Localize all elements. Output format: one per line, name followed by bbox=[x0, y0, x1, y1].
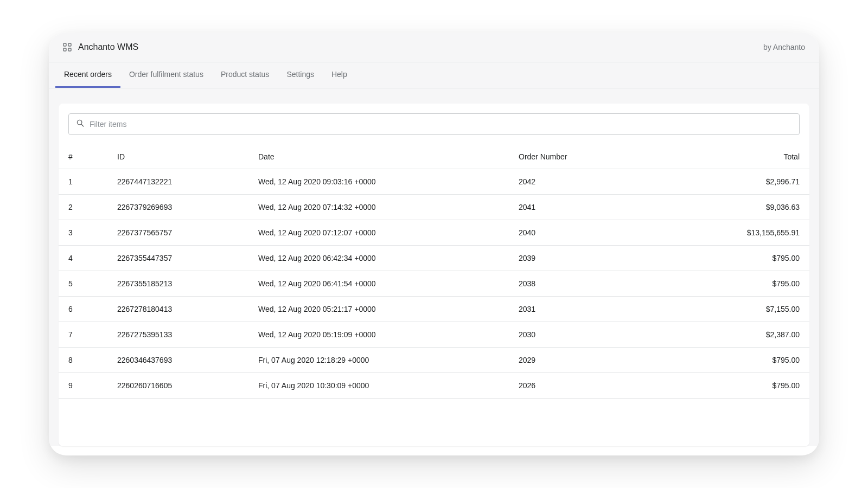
col-id[interactable]: ID bbox=[107, 145, 248, 169]
cell-id: 2267377565757 bbox=[107, 220, 248, 246]
col-date[interactable]: Date bbox=[248, 145, 509, 169]
cell-date: Fri, 07 Aug 2020 10:30:09 +0000 bbox=[248, 373, 509, 399]
cell-order-number: 2041 bbox=[509, 195, 661, 220]
app-author: by Anchanto bbox=[763, 43, 805, 52]
cell-total: $7,155.00 bbox=[661, 297, 809, 322]
table-header-row: # ID Date Order Number Total bbox=[59, 145, 809, 169]
cell-id: 2267275395133 bbox=[107, 322, 248, 348]
cell-order-number: 2026 bbox=[509, 373, 661, 399]
cell-id: 2267355185213 bbox=[107, 271, 248, 297]
cell-id: 2267379269693 bbox=[107, 195, 248, 220]
table-row[interactable]: 22267379269693Wed, 12 Aug 2020 07:14:32 … bbox=[59, 195, 809, 220]
col-order-number[interactable]: Order Number bbox=[509, 145, 661, 169]
table-row[interactable]: 42267355447357Wed, 12 Aug 2020 06:42:34 … bbox=[59, 246, 809, 271]
svg-rect-2 bbox=[63, 48, 66, 51]
cell-order-number: 2038 bbox=[509, 271, 661, 297]
cell-order-number: 2039 bbox=[509, 246, 661, 271]
table-row[interactable]: 32267377565757Wed, 12 Aug 2020 07:12:07 … bbox=[59, 220, 809, 246]
tab-recent-orders[interactable]: Recent orders bbox=[55, 62, 120, 88]
filter-container bbox=[59, 104, 809, 145]
cell-id: 2260260716605 bbox=[107, 373, 248, 399]
cell-num: 2 bbox=[59, 195, 107, 220]
cell-num: 8 bbox=[59, 348, 107, 373]
col-total[interactable]: Total bbox=[661, 145, 809, 169]
cell-date: Wed, 12 Aug 2020 07:12:07 +0000 bbox=[248, 220, 509, 246]
cell-date: Fri, 07 Aug 2020 12:18:29 +0000 bbox=[248, 348, 509, 373]
cell-total: $2,387.00 bbox=[661, 322, 809, 348]
orders-card: # ID Date Order Number Total 12267447132… bbox=[59, 104, 809, 446]
svg-rect-3 bbox=[68, 48, 71, 51]
cell-num: 6 bbox=[59, 297, 107, 322]
table-row[interactable]: 62267278180413Wed, 12 Aug 2020 05:21:17 … bbox=[59, 297, 809, 322]
cell-total: $795.00 bbox=[661, 373, 809, 399]
cell-total: $795.00 bbox=[661, 246, 809, 271]
cell-total: $2,996.71 bbox=[661, 169, 809, 195]
cell-order-number: 2031 bbox=[509, 297, 661, 322]
cell-num: 3 bbox=[59, 220, 107, 246]
app-grid-icon bbox=[63, 43, 72, 52]
app-title: Anchanto WMS bbox=[78, 42, 138, 52]
cell-num: 9 bbox=[59, 373, 107, 399]
cell-date: Wed, 12 Aug 2020 05:21:17 +0000 bbox=[248, 297, 509, 322]
tabs-bar: Recent orders Order fulfilment status Pr… bbox=[49, 62, 819, 88]
tab-order-fulfilment-status[interactable]: Order fulfilment status bbox=[120, 62, 212, 88]
filter-box[interactable] bbox=[68, 113, 800, 135]
cell-total: $795.00 bbox=[661, 348, 809, 373]
orders-table-wrap[interactable]: # ID Date Order Number Total 12267447132… bbox=[59, 145, 809, 446]
orders-table: # ID Date Order Number Total 12267447132… bbox=[59, 145, 809, 399]
search-icon bbox=[75, 118, 85, 130]
cell-total: $795.00 bbox=[661, 271, 809, 297]
cell-num: 7 bbox=[59, 322, 107, 348]
tab-help[interactable]: Help bbox=[323, 62, 356, 88]
cell-id: 2267447132221 bbox=[107, 169, 248, 195]
svg-rect-1 bbox=[68, 43, 71, 46]
cell-date: Wed, 12 Aug 2020 06:42:34 +0000 bbox=[248, 246, 509, 271]
cell-id: 2267355447357 bbox=[107, 246, 248, 271]
cell-order-number: 2029 bbox=[509, 348, 661, 373]
cell-num: 4 bbox=[59, 246, 107, 271]
cell-total: $13,155,655.91 bbox=[661, 220, 809, 246]
main-content: # ID Date Order Number Total 12267447132… bbox=[49, 88, 819, 446]
cell-id: 2260346437693 bbox=[107, 348, 248, 373]
cell-id: 2267278180413 bbox=[107, 297, 248, 322]
filter-input[interactable] bbox=[90, 120, 793, 129]
table-row[interactable]: 92260260716605Fri, 07 Aug 2020 10:30:09 … bbox=[59, 373, 809, 399]
cell-date: Wed, 12 Aug 2020 06:41:54 +0000 bbox=[248, 271, 509, 297]
cell-order-number: 2042 bbox=[509, 169, 661, 195]
cell-date: Wed, 12 Aug 2020 09:03:16 +0000 bbox=[248, 169, 509, 195]
app-frame: Anchanto WMS by Anchanto Recent orders O… bbox=[49, 33, 819, 455]
table-row[interactable]: 52267355185213Wed, 12 Aug 2020 06:41:54 … bbox=[59, 271, 809, 297]
cell-total: $9,036.63 bbox=[661, 195, 809, 220]
cell-num: 1 bbox=[59, 169, 107, 195]
table-row[interactable]: 82260346437693Fri, 07 Aug 2020 12:18:29 … bbox=[59, 348, 809, 373]
header-left: Anchanto WMS bbox=[63, 42, 138, 52]
cell-order-number: 2040 bbox=[509, 220, 661, 246]
cell-num: 5 bbox=[59, 271, 107, 297]
cell-date: Wed, 12 Aug 2020 05:19:09 +0000 bbox=[248, 322, 509, 348]
app-header: Anchanto WMS by Anchanto bbox=[49, 33, 819, 62]
table-row[interactable]: 72267275395133Wed, 12 Aug 2020 05:19:09 … bbox=[59, 322, 809, 348]
tab-settings[interactable]: Settings bbox=[278, 62, 323, 88]
table-row[interactable]: 12267447132221Wed, 12 Aug 2020 09:03:16 … bbox=[59, 169, 809, 195]
tab-product-status[interactable]: Product status bbox=[212, 62, 278, 88]
cell-order-number: 2030 bbox=[509, 322, 661, 348]
col-num[interactable]: # bbox=[59, 145, 107, 169]
cell-date: Wed, 12 Aug 2020 07:14:32 +0000 bbox=[248, 195, 509, 220]
svg-rect-0 bbox=[63, 43, 66, 46]
